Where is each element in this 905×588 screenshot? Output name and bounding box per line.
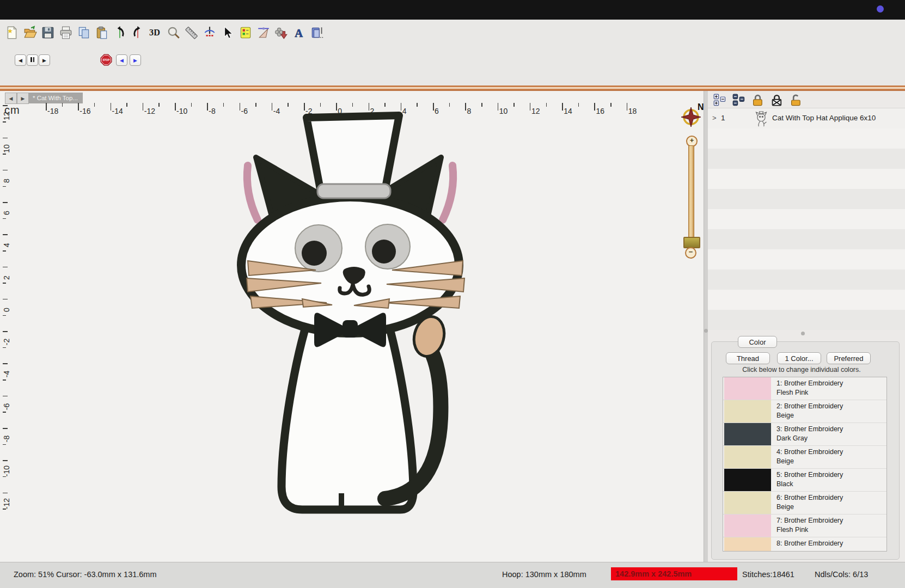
thread-color-brand: 8: Brother Embroidery xyxy=(776,540,843,547)
play-button[interactable]: ▶ xyxy=(39,54,50,66)
thread-color-swatch[interactable] xyxy=(724,469,771,491)
zoom-status: Zoom: 51% xyxy=(14,570,54,579)
design-list-row[interactable]: > 1 Cat With Top Hat Applique 6x10 xyxy=(708,108,905,129)
select-tool-icon[interactable] xyxy=(220,24,235,41)
thread-color-row[interactable]: 8: Brother Embroidery xyxy=(723,537,886,552)
color-worksheet-icon[interactable] xyxy=(238,24,253,41)
ruler-tool-icon[interactable] xyxy=(184,24,199,41)
right-ear-pink xyxy=(443,166,453,220)
copy-icon[interactable] xyxy=(76,24,91,41)
thread-color-row[interactable]: 4: Brother EmbroideryBeige xyxy=(723,446,886,469)
thread-color-brand: 2: Brother Embroidery xyxy=(776,402,843,410)
step-back-button[interactable]: ◀ xyxy=(15,54,26,66)
preferred-button[interactable]: Preferred xyxy=(827,352,871,364)
thread-color-brand: 3: Brother Embroidery xyxy=(776,425,843,433)
thread-color-row[interactable]: 5: Brother EmbroideryBlack xyxy=(723,469,886,492)
thread-color-name: Beige xyxy=(776,412,794,419)
stitches-status: Stitches:18461 xyxy=(742,570,794,579)
hoop-status: Hoop: 130mm x 180mm xyxy=(502,570,586,579)
svg-text:★: ★ xyxy=(7,27,13,35)
color-tab-button[interactable]: Color xyxy=(738,336,777,348)
lock-disabled-icon[interactable] xyxy=(771,94,784,107)
row-expander[interactable]: > xyxy=(712,114,717,122)
v-ruler-label: 2 xyxy=(0,271,13,284)
lock-icon[interactable] xyxy=(751,94,765,107)
print-icon[interactable] xyxy=(58,24,74,41)
thread-button[interactable]: Thread xyxy=(726,352,770,364)
next-document-button[interactable]: ▶ xyxy=(17,93,29,104)
rotate-icon[interactable] xyxy=(130,24,145,41)
embroidery-design-cat-with-top-hat[interactable] xyxy=(221,111,482,519)
next-color-button[interactable]: ▶ xyxy=(130,54,141,66)
zoom-slider-handle[interactable] xyxy=(683,237,700,248)
3d-view-icon[interactable]: 3D xyxy=(148,24,163,41)
pause-button[interactable] xyxy=(27,54,38,66)
cat-body xyxy=(282,311,413,510)
design-list-empty-row xyxy=(708,149,905,169)
thread-color-brand: 7: Brother Embroidery xyxy=(776,517,843,524)
density-tool-icon[interactable] xyxy=(274,24,289,41)
thread-color-row[interactable]: 6: Brother EmbroideryBeige xyxy=(723,492,886,514)
document-tab[interactable]: * Cat With Top... xyxy=(29,93,83,103)
h-ruler-label: -16 xyxy=(80,107,90,115)
stitch-simulator-icon[interactable] xyxy=(202,24,217,41)
h-ruler-label: 12 xyxy=(531,107,540,115)
thread-color-swatch[interactable] xyxy=(724,537,771,552)
print-worksheet-icon[interactable] xyxy=(310,24,325,41)
thread-color-swatch[interactable] xyxy=(724,423,771,445)
new-icon[interactable]: ★ xyxy=(4,24,20,41)
design-list-empty-row xyxy=(708,270,905,290)
color-caption: Click below to change individual colors. xyxy=(711,366,892,373)
thread-color-swatch[interactable] xyxy=(724,514,771,537)
design-thumbnail xyxy=(754,110,768,127)
right-pupil xyxy=(372,240,396,264)
design-list-empty-row xyxy=(708,169,905,189)
h-ruler-label: -18 xyxy=(47,107,58,115)
expand-all-icon[interactable] xyxy=(713,94,726,107)
thread-color-swatch[interactable] xyxy=(724,446,771,468)
thread-color-row[interactable]: 7: Brother EmbroideryFlesh Pink xyxy=(723,514,886,537)
record-indicator-dot xyxy=(877,5,884,13)
thread-color-brand: 5: Brother Embroidery xyxy=(776,471,843,479)
h-ruler-label: 16 xyxy=(596,107,604,115)
thread-color-swatch[interactable] xyxy=(724,400,771,422)
h-ruler-label: -14 xyxy=(112,107,123,115)
left-pupil xyxy=(302,241,327,266)
design-list-empty-row xyxy=(708,229,905,249)
open-icon[interactable] xyxy=(22,24,38,41)
unlock-icon[interactable] xyxy=(790,94,803,107)
save-icon[interactable] xyxy=(40,24,56,41)
zoom-slider-track[interactable] xyxy=(688,145,694,240)
one-color-button[interactable]: 1 Color... xyxy=(777,352,821,364)
v-ruler-label: 10 xyxy=(0,142,13,155)
v-ruler-label: 12 xyxy=(0,109,13,122)
h-ruler-label: -10 xyxy=(176,107,187,115)
thread-color-row[interactable]: 3: Brother EmbroideryDark Gray xyxy=(723,423,886,446)
pause-icon xyxy=(30,57,35,63)
needles-status: Ndls/Cols: 6/13 xyxy=(815,570,868,579)
stop-button[interactable]: STOP xyxy=(100,54,112,66)
design-canvas[interactable]: ◀ ▶ * Cat With Top... cm -18-16-14-12-10… xyxy=(0,91,704,562)
thread-color-swatch[interactable] xyxy=(724,492,771,514)
measure-tool-icon[interactable] xyxy=(256,24,271,41)
flip-horizontal-icon[interactable] xyxy=(112,24,127,41)
left-ear-pink xyxy=(247,166,258,220)
thread-color-row[interactable]: 1: Brother EmbroideryFlesh Pink xyxy=(723,377,886,400)
lettering-tool-icon[interactable]: A xyxy=(292,24,307,41)
panel-horizontal-splitter[interactable] xyxy=(708,330,905,338)
thread-color-list: 1: Brother EmbroideryFlesh Pink2: Brothe… xyxy=(723,377,887,552)
previous-color-button[interactable]: ◀ xyxy=(116,54,127,66)
thread-color-swatch[interactable] xyxy=(724,377,771,400)
compass-north-label: N xyxy=(698,102,704,112)
zoom-tool-icon[interactable] xyxy=(166,24,181,41)
v-ruler-label: 6 xyxy=(0,206,13,219)
h-ruler-label: 14 xyxy=(564,107,572,115)
thread-color-row[interactable]: 2: Brother EmbroideryBeige xyxy=(723,400,886,423)
thread-color-name: Flesh Pink xyxy=(776,389,808,396)
zoom-out-button[interactable]: − xyxy=(685,247,696,259)
thread-color-brand: 6: Brother Embroidery xyxy=(776,494,843,501)
collapse-all-icon[interactable] xyxy=(732,94,745,107)
paste-icon[interactable] xyxy=(94,24,109,41)
design-name: Cat With Top Hat Applique 6x10 xyxy=(772,114,876,122)
design-list-empty-row xyxy=(708,128,905,149)
